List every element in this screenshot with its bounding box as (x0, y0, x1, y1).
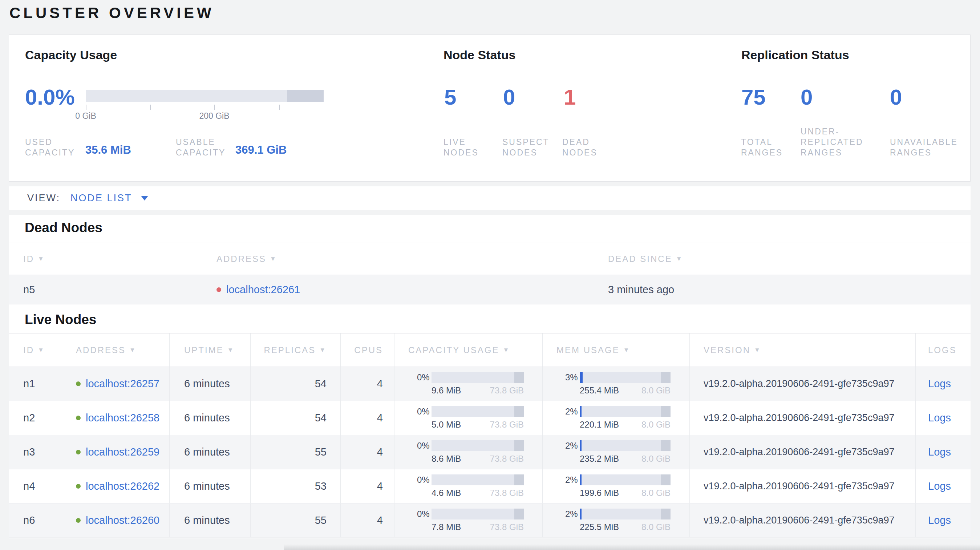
view-mode-dropdown[interactable]: NODE LIST (70, 192, 148, 204)
sort-arrow-icon: ▼ (270, 255, 277, 263)
node-id-cell: n4 (9, 469, 62, 503)
sort-arrow-icon: ▼ (38, 347, 45, 354)
usable-capacity-value: 369.1 GiB (235, 143, 286, 157)
live-node-row: n2 localhost:26258 6 minutes 54 4 0% 5.0… (9, 401, 970, 435)
capacity-usage-heading: Capacity Usage (25, 48, 117, 62)
version-cell: v19.2.0-alpha.20190606-2491-gfe735c9a97 (689, 401, 915, 435)
column-header-dead-since[interactable]: DEAD SINCE▼ (594, 243, 970, 275)
status-dot-icon (76, 450, 81, 455)
sort-arrow-icon: ▼ (676, 255, 683, 263)
node-address-cell: localhost:26260 (62, 504, 169, 537)
dead-nodes-count: 1 (564, 86, 576, 109)
column-header-version[interactable]: VERSION▼ (689, 334, 915, 367)
capacity-usage-cell: 0% 8.6 MiB 73.8 GiB (394, 435, 542, 469)
mem-usage-cell: 3% 255.4 MiB 8.0 GiB (542, 367, 689, 401)
capacity-usage-bar (431, 406, 524, 417)
axis-tick (279, 105, 280, 110)
replicas-cell: 55 (250, 435, 340, 469)
uptime-cell: 6 minutes (169, 401, 250, 435)
column-header-replicas[interactable]: REPLICAS▼ (250, 334, 340, 367)
column-header-cpus: CPUS (340, 334, 394, 367)
version-cell: v19.2.0-alpha.20190606-2491-gfe735c9a97 (689, 504, 915, 537)
node-address-cell: localhost:26258 (62, 401, 169, 435)
replication-status-heading: Replication Status (741, 48, 849, 62)
mem-usage-bar (580, 474, 671, 485)
column-header-id[interactable]: ID▼ (9, 243, 203, 275)
under-replicated-ranges-count: 0 (800, 86, 813, 109)
node-status-heading: Node Status (444, 48, 515, 62)
sort-arrow-icon: ▼ (503, 347, 510, 354)
used-capacity-value: 35.6 MiB (85, 143, 131, 157)
cpus-cell: 4 (340, 435, 394, 469)
logs-link[interactable]: Logs (928, 514, 951, 526)
summary-card: Capacity Usage 0.0% 0 GiB 200 GiB USED C… (9, 35, 970, 182)
logs-link[interactable]: Logs (928, 378, 951, 390)
sort-arrow-icon: ▼ (228, 347, 235, 354)
node-address-cell: localhost:26261 (203, 275, 594, 304)
uptime-cell: 6 minutes (169, 504, 250, 537)
node-address-link[interactable]: localhost:26261 (226, 284, 300, 296)
live-nodes-heading: Live Nodes (9, 304, 970, 327)
logs-link[interactable]: Logs (928, 412, 951, 424)
capacity-usage-bar (86, 90, 324, 102)
uptime-cell: 6 minutes (169, 469, 250, 503)
column-header-uptime[interactable]: UPTIME▼ (169, 334, 250, 367)
node-address-link[interactable]: localhost:26262 (86, 480, 159, 492)
live-node-row: n6 localhost:26260 6 minutes 55 4 0% 7.8… (9, 504, 970, 538)
logs-cell: Logs (915, 435, 970, 469)
version-cell: v19.2.0-alpha.20190606-2491-gfe735c9a97 (689, 469, 915, 503)
column-header-id[interactable]: ID▼ (9, 334, 62, 367)
sort-arrow-icon: ▼ (38, 255, 45, 263)
used-capacity-label: USED CAPACITY (25, 137, 87, 158)
cpus-cell: 4 (340, 469, 394, 503)
cluster-overview-page: CLUSTER OVERVIEW Capacity Usage 0.0% 0 G… (0, 0, 980, 550)
replicas-cell: 53 (250, 469, 340, 503)
node-address-link[interactable]: localhost:26258 (86, 412, 159, 424)
sort-arrow-icon: ▼ (319, 347, 326, 354)
status-dot-icon (76, 484, 81, 489)
suspect-nodes-label: SUSPECT NODES (502, 137, 568, 158)
sort-arrow-icon: ▼ (754, 347, 761, 354)
column-header-address[interactable]: ADDRESS▼ (62, 334, 169, 367)
dead-nodes-heading: Dead Nodes (9, 215, 970, 238)
column-header-logs: LOGS (915, 334, 970, 367)
dead-nodes-label: DEAD NODES (562, 137, 617, 158)
live-node-row: n4 localhost:26262 6 minutes 53 4 0% 4.6… (9, 469, 970, 504)
chevron-down-icon (141, 196, 148, 200)
column-header-capacity-usage[interactable]: CAPACITY USAGE▼ (394, 334, 542, 367)
axis-tick-label-0: 0 GiB (69, 111, 102, 121)
node-address-link[interactable]: localhost:26257 (86, 378, 159, 390)
capacity-usage-bar (431, 474, 524, 485)
dead-nodes-rows: n5 localhost:26261 3 minutes ago (9, 275, 970, 304)
logs-link[interactable]: Logs (928, 446, 951, 458)
suspect-nodes-count: 0 (503, 86, 515, 109)
node-address-link[interactable]: localhost:26259 (86, 446, 159, 458)
mem-usage-bar (580, 372, 671, 383)
logs-link[interactable]: Logs (928, 480, 951, 492)
live-node-row: n1 localhost:26257 6 minutes 54 4 0% 9.6… (9, 367, 970, 401)
mem-usage-cell: 2% 220.1 MiB 8.0 GiB (542, 401, 689, 435)
axis-tick-label-200: 200 GiB (192, 111, 236, 121)
node-address-cell: localhost:26257 (62, 367, 169, 401)
node-address-link[interactable]: localhost:26260 (86, 514, 159, 526)
mem-usage-bar (580, 440, 671, 451)
axis-tick (86, 105, 86, 110)
capacity-percent: 0.0% (25, 86, 75, 109)
bottom-shadow (284, 544, 980, 550)
version-cell: v19.2.0-alpha.20190606-2491-gfe735c9a97 (689, 367, 915, 401)
axis-tick (214, 105, 215, 110)
capacity-usage-bar (431, 509, 524, 520)
node-address-cell: localhost:26262 (62, 469, 169, 503)
total-ranges-count: 75 (741, 86, 766, 109)
replicas-cell: 55 (250, 504, 340, 537)
version-cell: v19.2.0-alpha.20190606-2491-gfe735c9a97 (689, 435, 915, 469)
node-id-cell: n6 (9, 504, 62, 537)
unavailable-ranges-label: UNAVAILABLE RANGES (890, 137, 974, 158)
column-header-address[interactable]: ADDRESS▼ (203, 243, 594, 275)
dead-since-cell: 3 minutes ago (594, 275, 970, 304)
usable-capacity-label: USABLE CAPACITY (176, 137, 241, 158)
node-id-cell: n2 (9, 401, 62, 435)
column-header-mem-usage[interactable]: MEM USAGE▼ (542, 334, 689, 367)
view-label: VIEW: (27, 192, 60, 204)
live-nodes-table-header: ID▼ ADDRESS▼ UPTIME▼ REPLICAS▼ CPUS CAPA… (9, 333, 970, 367)
